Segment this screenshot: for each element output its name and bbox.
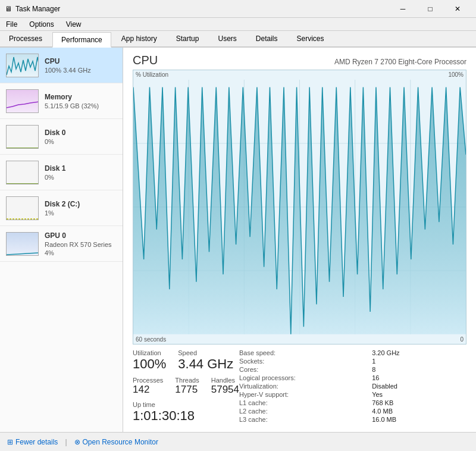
menu-view[interactable]: View	[60, 18, 87, 30]
utilization-value: 100%	[133, 356, 166, 372]
chart-svg	[133, 80, 466, 334]
gpu0-value-line2: 4%	[45, 249, 112, 256]
virtualization-value: Disabled	[372, 383, 466, 390]
tab-processes[interactable]: Processes	[0, 31, 51, 46]
chart-y-label: % Utilization	[136, 71, 168, 78]
tab-startup[interactable]: Startup	[167, 31, 208, 46]
close-button[interactable]: ✕	[444, 0, 471, 18]
virtualization-label: Virtualization:	[239, 383, 362, 390]
open-resource-monitor-button[interactable]: ⊗ Open Resource Monitor	[74, 438, 158, 446]
disk1-name: Disk 1	[45, 164, 65, 173]
disk2-name: Disk 2 (C:)	[45, 200, 80, 208]
l2-value: 4.0 MB	[372, 408, 466, 415]
proc-threads-handles: Processes 142 Threads 1775 Handles 57954	[133, 377, 239, 396]
chart-bottom-left: 60 seconds	[136, 336, 166, 343]
cpu-chart: % Utilization 100% 60 seconds 0	[133, 70, 466, 344]
uptime-value: 1:01:30:18	[133, 408, 239, 424]
tab-details[interactable]: Details	[247, 31, 287, 46]
disk2-value: 1%	[45, 209, 80, 217]
menu-options[interactable]: Options	[23, 18, 60, 30]
gpu0-value-line1: Radeon RX 570 Series	[45, 241, 112, 248]
processes-label: Processes	[133, 377, 163, 384]
cpu-info: CPU 100% 3.44 GHz	[45, 57, 91, 74]
tab-performance[interactable]: Performance	[52, 32, 111, 48]
disk0-info: Disk 0 0%	[45, 129, 65, 145]
memory-thumbnail	[6, 89, 39, 113]
gpu0-name: GPU 0	[45, 231, 112, 240]
l1-label: L1 cache:	[239, 399, 362, 406]
tab-app-history[interactable]: App history	[112, 31, 166, 46]
memory-info: Memory 5.1/15.9 GB (32%)	[45, 93, 99, 109]
stats-right: Base speed: 3.20 GHz Sockets: 1 Cores: 8…	[239, 349, 466, 424]
title-bar-text: Task Manager	[15, 5, 389, 13]
sidebar-item-disk1[interactable]: Disk 1 0%	[0, 155, 123, 190]
tab-services[interactable]: Services	[288, 31, 333, 46]
bottom-bar: ⊞ Fewer details | ⊗ Open Resource Monito…	[0, 432, 476, 451]
minimize-button[interactable]: ─	[389, 0, 416, 18]
utilization-label: Utilization	[133, 349, 166, 356]
speed-group: Speed 3.44 GHz	[178, 349, 233, 372]
stats-section: Utilization 100% Speed 3.44 GHz Processe…	[133, 349, 466, 424]
sidebar-item-disk2[interactable]: Disk 2 (C:) 1%	[0, 190, 123, 226]
sockets-value: 1	[372, 358, 466, 365]
perf-title: CPU	[133, 54, 158, 67]
hyperv-value: Yes	[372, 391, 466, 398]
cores-value: 8	[372, 366, 466, 373]
disk2-thumbnail	[6, 196, 39, 220]
uptime-group: Up time 1:01:30:18	[133, 401, 239, 424]
disk1-thumbnail	[6, 161, 39, 184]
cpu-name: CPU	[45, 57, 91, 65]
threads-value: 1775	[175, 384, 199, 396]
fewer-details-label: Fewer details	[15, 438, 58, 446]
l3-label: L3 cache:	[239, 416, 362, 423]
tabs-bar: Processes Performance App history Startu…	[0, 31, 476, 48]
speed-value: 3.44 GHz	[178, 356, 233, 372]
base-speed-label: Base speed:	[239, 349, 362, 356]
sidebar-item-memory[interactable]: Memory 5.1/15.9 GB (32%)	[0, 83, 123, 119]
threads-group: Threads 1775	[175, 377, 199, 396]
utilization-group: Utilization 100%	[133, 349, 166, 372]
processes-group: Processes 142	[133, 377, 163, 396]
l1-value: 768 KB	[372, 399, 466, 406]
disk0-name: Disk 0	[45, 129, 65, 137]
bottom-separator: |	[65, 438, 67, 446]
disk0-thumbnail	[6, 125, 39, 149]
logical-processors-value: 16	[372, 374, 466, 381]
sidebar-item-gpu0[interactable]: GPU 0 Radeon RX 570 Series 4%	[0, 226, 123, 262]
sidebar-item-cpu[interactable]: CPU 100% 3.44 GHz	[0, 48, 123, 83]
cpu-thumbnail	[6, 54, 39, 77]
perf-processor: AMD Ryzen 7 2700 Eight-Core Processor	[334, 58, 466, 66]
handles-value: 57954	[211, 384, 239, 396]
gpu0-thumbnail	[6, 232, 39, 256]
utilization-speed: Utilization 100% Speed 3.44 GHz	[133, 349, 239, 372]
sidebar-item-disk0[interactable]: Disk 0 0%	[0, 119, 123, 155]
logical-processors-label: Logical processors:	[239, 374, 362, 381]
main-content: CPU 100% 3.44 GHz Memory 5.1/15.9 GB (32…	[0, 48, 476, 432]
stats-left: Utilization 100% Speed 3.44 GHz Processe…	[133, 349, 239, 424]
disk1-info: Disk 1 0%	[45, 164, 65, 181]
title-bar: 🖥 Task Manager ─ □ ✕	[0, 0, 476, 18]
memory-name: Memory	[45, 93, 99, 101]
memory-value: 5.1/15.9 GB (32%)	[45, 102, 99, 109]
threads-label: Threads	[175, 377, 199, 384]
menu-bar: File Options View	[0, 18, 476, 31]
fewer-details-icon: ⊞	[7, 438, 13, 446]
open-resource-monitor-icon: ⊗	[74, 438, 80, 446]
gpu0-info: GPU 0 Radeon RX 570 Series 4%	[45, 231, 112, 256]
l3-value: 16.0 MB	[372, 416, 466, 423]
disk0-value: 0%	[45, 138, 65, 145]
l2-label: L2 cache:	[239, 408, 362, 415]
handles-label: Handles	[211, 377, 239, 384]
hyperv-label: Hyper-V support:	[239, 391, 362, 398]
uptime-label: Up time	[133, 401, 239, 408]
sockets-label: Sockets:	[239, 358, 362, 365]
chart-top-right: 100%	[448, 71, 464, 78]
maximize-button[interactable]: □	[416, 0, 444, 18]
chart-bottom-right: 0	[460, 336, 464, 343]
menu-file[interactable]: File	[0, 18, 23, 30]
tab-users[interactable]: Users	[209, 31, 245, 46]
handles-group: Handles 57954	[211, 377, 239, 396]
fewer-details-button[interactable]: ⊞ Fewer details	[7, 438, 58, 446]
window-controls: ─ □ ✕	[389, 0, 471, 18]
processes-value: 142	[133, 384, 163, 396]
